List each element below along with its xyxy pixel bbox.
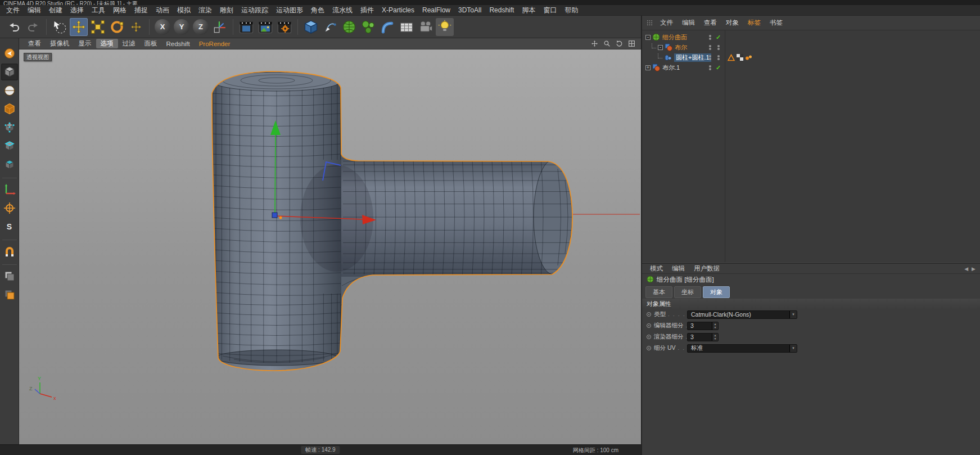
phong-tag-icon[interactable]: [728, 54, 735, 61]
texture-mode-button[interactable]: [1, 82, 18, 99]
subdivision-surface-button[interactable]: [340, 18, 358, 36]
enable-dots[interactable]: [717, 45, 720, 50]
rotate-tool[interactable]: [108, 18, 126, 36]
viewport-menu-item[interactable]: 摄像机: [46, 39, 74, 48]
viewport-menu-item[interactable]: Redshift: [162, 40, 195, 48]
pan-view-icon[interactable]: [590, 40, 598, 48]
keyframe-circle-icon[interactable]: [647, 335, 651, 339]
menubar-item[interactable]: 插件: [356, 6, 378, 15]
menubar-item[interactable]: 选择: [66, 6, 88, 15]
viewport-menu-item[interactable]: 选项: [96, 39, 118, 48]
property-stepper[interactable]: 3▲▼: [687, 333, 719, 341]
primitive-cube-button[interactable]: [302, 18, 320, 36]
object-axis-mode-button[interactable]: [1, 200, 18, 217]
attribute-manager-menu-item[interactable]: 用户数据: [689, 264, 724, 273]
viewport-menu-item[interactable]: 过滤: [118, 39, 140, 48]
visibility-dots[interactable]: [709, 55, 711, 60]
menubar-item[interactable]: 帮助: [561, 6, 582, 15]
menubar-item[interactable]: 雕刻: [216, 6, 237, 15]
pen-spline-button[interactable]: [321, 18, 339, 36]
make-editable-button[interactable]: [1, 45, 18, 62]
attribute-tab-active[interactable]: 对象: [703, 286, 730, 298]
object-name[interactable]: 布尔.1: [662, 64, 680, 72]
viewport-menu-item[interactable]: 查看: [24, 39, 46, 48]
live-selection-tool[interactable]: [51, 18, 69, 36]
workplane-mode-button[interactable]: [1, 101, 18, 118]
points-mode-button[interactable]: [1, 119, 18, 136]
axis-mode-button[interactable]: [1, 181, 18, 198]
object-name[interactable]: 布尔: [675, 43, 687, 52]
viewport-menu-item[interactable]: 显示: [74, 39, 96, 48]
keyframe-circle-icon[interactable]: [647, 346, 651, 350]
visibility-dots[interactable]: [709, 35, 711, 40]
floor-grid-button[interactable]: [398, 18, 416, 36]
menubar-item[interactable]: 编辑: [24, 6, 45, 15]
polygons-mode-button[interactable]: [1, 156, 18, 173]
viewport-filter-button[interactable]: [1, 268, 18, 285]
model-mode-button[interactable]: [1, 64, 18, 80]
object-manager-menu-item[interactable]: 书签: [765, 19, 787, 27]
mograph-cloner-button[interactable]: [359, 18, 377, 36]
edges-mode-button[interactable]: [1, 138, 18, 155]
attribute-tab-item[interactable]: 基本: [645, 286, 672, 298]
viewport-menu-item[interactable]: ProRender: [195, 40, 235, 48]
x-axis-lock-button[interactable]: X: [153, 18, 171, 36]
object-name[interactable]: 细分曲面: [662, 33, 687, 42]
menubar-item[interactable]: 文件: [2, 6, 24, 15]
zoom-view-icon[interactable]: [603, 40, 611, 48]
render-to-picture-viewer-button[interactable]: [256, 18, 274, 36]
object-manager-menu-item[interactable]: 对象: [721, 19, 743, 27]
expand-toggle[interactable]: +: [645, 65, 651, 70]
object-manager-menu-item[interactable]: 标签: [743, 19, 765, 27]
step-down-icon[interactable]: ▼: [714, 337, 717, 340]
undo-button[interactable]: [5, 18, 23, 36]
chevron-down-icon[interactable]: ▼: [789, 311, 797, 318]
menubar-item[interactable]: 渲染: [195, 6, 216, 15]
rotate-view-icon[interactable]: [615, 40, 623, 48]
history-back-icon[interactable]: ◀: [964, 266, 968, 272]
light-button[interactable]: [436, 18, 454, 36]
camera-button[interactable]: [417, 18, 435, 36]
object-name[interactable]: 圆柱+圆柱.1: [674, 53, 711, 62]
redo-button[interactable]: [24, 18, 42, 36]
magnet-snap-button[interactable]: [1, 243, 18, 260]
snap-button[interactable]: S: [1, 218, 18, 235]
attribute-manager-menu-item[interactable]: 模式: [645, 264, 667, 273]
scale-tool[interactable]: [89, 18, 107, 36]
property-dropdown[interactable]: 标准▼: [687, 344, 797, 353]
deformer-button[interactable]: [378, 18, 396, 36]
menubar-item[interactable]: RealFlow: [418, 6, 454, 14]
visibility-dots[interactable]: [709, 45, 711, 50]
menubar-item[interactable]: 运动跟踪: [237, 6, 272, 15]
keyframe-circle-icon[interactable]: [647, 323, 651, 328]
enable-dots[interactable]: [717, 55, 720, 60]
smoothing-tag-icon[interactable]: [745, 54, 752, 61]
y-axis-lock-button[interactable]: Y: [173, 18, 191, 36]
menubar-item[interactable]: 运动图形: [272, 6, 307, 15]
menubar-item[interactable]: X-Particles: [378, 6, 418, 14]
attribute-manager-menu-item[interactable]: 编辑: [667, 264, 689, 273]
menubar-item[interactable]: 脚本: [518, 6, 539, 15]
object-manager-menu-item[interactable]: 编辑: [678, 19, 699, 27]
menubar-item[interactable]: 捕捉: [130, 6, 152, 15]
object-row[interactable]: -细分曲面✓: [642, 32, 980, 42]
viewport-canvas[interactable]: YZx 透视视图: [19, 49, 641, 444]
step-down-icon[interactable]: ▼: [714, 326, 717, 329]
menubar-item[interactable]: 流水线: [328, 6, 356, 15]
collapse-toggle[interactable]: -: [658, 45, 663, 50]
viewport-menu-item[interactable]: 面板: [140, 39, 162, 48]
object-manager-menu-item[interactable]: 查看: [699, 19, 721, 27]
z-axis-lock-button[interactable]: Z: [192, 18, 210, 36]
property-stepper[interactable]: 3▲▼: [687, 322, 719, 330]
object-row[interactable]: 圆柱+圆柱.1: [642, 52, 980, 62]
display-tag-icon[interactable]: [737, 54, 743, 61]
render-view-button[interactable]: [237, 18, 255, 36]
enable-check-icon[interactable]: ✓: [716, 34, 721, 41]
edit-render-settings-button[interactable]: [276, 18, 293, 36]
keyframe-circle-icon[interactable]: [647, 312, 651, 317]
object-row[interactable]: +布尔.1✓: [642, 62, 980, 73]
menubar-item[interactable]: Redshift: [485, 6, 518, 14]
visibility-dots[interactable]: [709, 65, 711, 70]
viewport-solo-button[interactable]: [1, 286, 18, 303]
enable-check-icon[interactable]: ✓: [716, 64, 721, 71]
